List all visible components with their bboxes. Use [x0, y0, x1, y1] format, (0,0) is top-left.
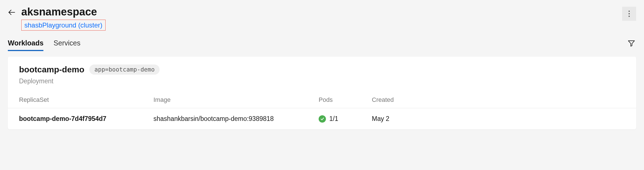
cluster-link-highlight: shasbPlayground (cluster)	[21, 20, 106, 31]
cell-image: shashankbarsin/bootcamp-demo:9389818	[153, 115, 319, 123]
cell-pods: 1/1	[319, 115, 372, 123]
col-header-pods: Pods	[319, 96, 372, 104]
status-ok-icon	[319, 115, 326, 123]
col-header-replicaset: ReplicaSet	[19, 96, 153, 104]
table-header-row: ReplicaSet Image Pods Created	[8, 96, 636, 108]
workload-card: bootcamp-demo app=bootcamp-demo Deployme…	[8, 57, 636, 129]
filter-icon[interactable]	[628, 40, 635, 48]
more-menu-button[interactable]	[622, 7, 636, 21]
col-header-created: Created	[372, 96, 625, 104]
col-header-image: Image	[153, 96, 319, 104]
svg-point-3	[629, 16, 630, 17]
svg-point-2	[629, 13, 630, 14]
workload-kind: Deployment	[19, 77, 625, 85]
cell-created: May 2	[372, 115, 625, 123]
workload-label-badge: app=bootcamp-demo	[89, 65, 160, 75]
workload-name: bootcamp-demo	[19, 65, 84, 74]
svg-marker-4	[628, 41, 634, 46]
tab-workloads[interactable]: Workloads	[8, 39, 43, 51]
back-button[interactable]	[8, 8, 16, 16]
tab-services[interactable]: Services	[53, 39, 80, 51]
page-title: aksnamespace	[21, 6, 106, 19]
table-row[interactable]: bootcamp-demo-7d4f7954d7 shashankbarsin/…	[8, 108, 636, 129]
pods-count: 1/1	[329, 115, 338, 123]
cluster-link[interactable]: shasbPlayground (cluster)	[24, 20, 102, 30]
svg-point-1	[629, 11, 630, 12]
cell-replicaset: bootcamp-demo-7d4f7954d7	[19, 115, 153, 123]
